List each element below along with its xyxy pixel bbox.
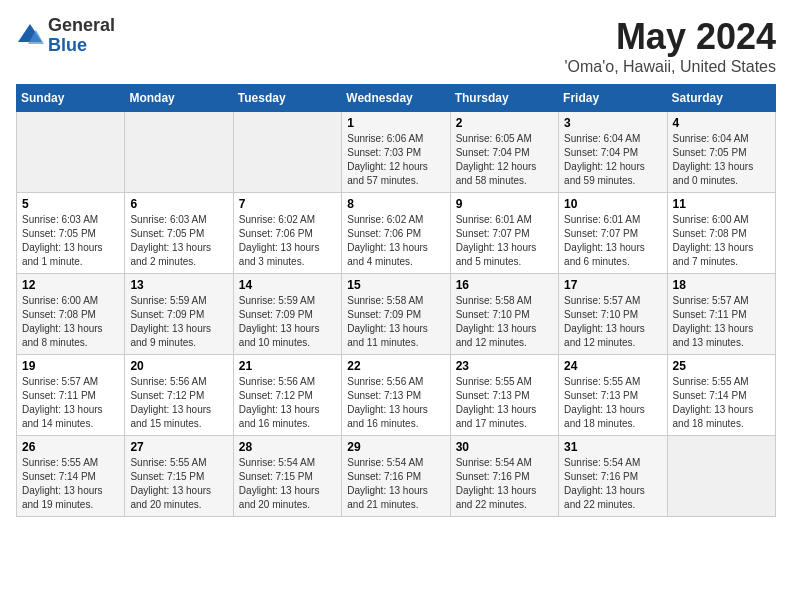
header-saturday: Saturday — [667, 85, 775, 112]
calendar-cell: 9Sunrise: 6:01 AMSunset: 7:07 PMDaylight… — [450, 193, 558, 274]
day-info: Sunrise: 5:59 AMSunset: 7:09 PMDaylight:… — [130, 294, 227, 350]
calendar-week-5: 26Sunrise: 5:55 AMSunset: 7:14 PMDayligh… — [17, 436, 776, 517]
day-number: 29 — [347, 440, 444, 454]
day-number: 11 — [673, 197, 770, 211]
day-info: Sunrise: 5:57 AMSunset: 7:10 PMDaylight:… — [564, 294, 661, 350]
header-wednesday: Wednesday — [342, 85, 450, 112]
day-info: Sunrise: 5:54 AMSunset: 7:16 PMDaylight:… — [347, 456, 444, 512]
calendar-cell: 22Sunrise: 5:56 AMSunset: 7:13 PMDayligh… — [342, 355, 450, 436]
day-info: Sunrise: 6:03 AMSunset: 7:05 PMDaylight:… — [22, 213, 119, 269]
calendar-cell: 17Sunrise: 5:57 AMSunset: 7:10 PMDayligh… — [559, 274, 667, 355]
calendar-cell — [17, 112, 125, 193]
calendar-week-4: 19Sunrise: 5:57 AMSunset: 7:11 PMDayligh… — [17, 355, 776, 436]
calendar-cell: 11Sunrise: 6:00 AMSunset: 7:08 PMDayligh… — [667, 193, 775, 274]
header-thursday: Thursday — [450, 85, 558, 112]
header-friday: Friday — [559, 85, 667, 112]
day-number: 30 — [456, 440, 553, 454]
day-number: 8 — [347, 197, 444, 211]
calendar-cell: 19Sunrise: 5:57 AMSunset: 7:11 PMDayligh… — [17, 355, 125, 436]
day-number: 6 — [130, 197, 227, 211]
calendar-cell: 15Sunrise: 5:58 AMSunset: 7:09 PMDayligh… — [342, 274, 450, 355]
main-title: May 2024 — [564, 16, 776, 58]
calendar-body: 1Sunrise: 6:06 AMSunset: 7:03 PMDaylight… — [17, 112, 776, 517]
calendar-cell: 2Sunrise: 6:05 AMSunset: 7:04 PMDaylight… — [450, 112, 558, 193]
calendar-cell: 13Sunrise: 5:59 AMSunset: 7:09 PMDayligh… — [125, 274, 233, 355]
calendar-cell: 18Sunrise: 5:57 AMSunset: 7:11 PMDayligh… — [667, 274, 775, 355]
day-info: Sunrise: 5:59 AMSunset: 7:09 PMDaylight:… — [239, 294, 336, 350]
calendar-cell: 28Sunrise: 5:54 AMSunset: 7:15 PMDayligh… — [233, 436, 341, 517]
day-info: Sunrise: 5:57 AMSunset: 7:11 PMDaylight:… — [22, 375, 119, 431]
day-number: 12 — [22, 278, 119, 292]
calendar-week-3: 12Sunrise: 6:00 AMSunset: 7:08 PMDayligh… — [17, 274, 776, 355]
day-info: Sunrise: 5:55 AMSunset: 7:13 PMDaylight:… — [564, 375, 661, 431]
day-number: 25 — [673, 359, 770, 373]
day-info: Sunrise: 6:04 AMSunset: 7:05 PMDaylight:… — [673, 132, 770, 188]
day-info: Sunrise: 6:02 AMSunset: 7:06 PMDaylight:… — [239, 213, 336, 269]
calendar-cell: 10Sunrise: 6:01 AMSunset: 7:07 PMDayligh… — [559, 193, 667, 274]
day-info: Sunrise: 5:58 AMSunset: 7:10 PMDaylight:… — [456, 294, 553, 350]
day-number: 20 — [130, 359, 227, 373]
logo-icon — [16, 22, 44, 50]
calendar-cell: 12Sunrise: 6:00 AMSunset: 7:08 PMDayligh… — [17, 274, 125, 355]
calendar-cell: 6Sunrise: 6:03 AMSunset: 7:05 PMDaylight… — [125, 193, 233, 274]
day-info: Sunrise: 6:03 AMSunset: 7:05 PMDaylight:… — [130, 213, 227, 269]
day-info: Sunrise: 6:00 AMSunset: 7:08 PMDaylight:… — [22, 294, 119, 350]
calendar-cell — [667, 436, 775, 517]
calendar-cell: 31Sunrise: 5:54 AMSunset: 7:16 PMDayligh… — [559, 436, 667, 517]
day-info: Sunrise: 6:06 AMSunset: 7:03 PMDaylight:… — [347, 132, 444, 188]
day-info: Sunrise: 5:54 AMSunset: 7:16 PMDaylight:… — [456, 456, 553, 512]
day-info: Sunrise: 5:56 AMSunset: 7:12 PMDaylight:… — [239, 375, 336, 431]
day-info: Sunrise: 6:00 AMSunset: 7:08 PMDaylight:… — [673, 213, 770, 269]
day-number: 15 — [347, 278, 444, 292]
calendar-cell: 29Sunrise: 5:54 AMSunset: 7:16 PMDayligh… — [342, 436, 450, 517]
day-number: 31 — [564, 440, 661, 454]
day-number: 16 — [456, 278, 553, 292]
calendar-cell: 27Sunrise: 5:55 AMSunset: 7:15 PMDayligh… — [125, 436, 233, 517]
day-number: 27 — [130, 440, 227, 454]
calendar-cell: 14Sunrise: 5:59 AMSunset: 7:09 PMDayligh… — [233, 274, 341, 355]
header-monday: Monday — [125, 85, 233, 112]
day-info: Sunrise: 5:55 AMSunset: 7:15 PMDaylight:… — [130, 456, 227, 512]
calendar-cell: 1Sunrise: 6:06 AMSunset: 7:03 PMDaylight… — [342, 112, 450, 193]
day-info: Sunrise: 6:02 AMSunset: 7:06 PMDaylight:… — [347, 213, 444, 269]
calendar-cell: 20Sunrise: 5:56 AMSunset: 7:12 PMDayligh… — [125, 355, 233, 436]
day-number: 1 — [347, 116, 444, 130]
day-number: 4 — [673, 116, 770, 130]
calendar-cell: 4Sunrise: 6:04 AMSunset: 7:05 PMDaylight… — [667, 112, 775, 193]
calendar-cell: 21Sunrise: 5:56 AMSunset: 7:12 PMDayligh… — [233, 355, 341, 436]
calendar-cell: 16Sunrise: 5:58 AMSunset: 7:10 PMDayligh… — [450, 274, 558, 355]
calendar-cell: 3Sunrise: 6:04 AMSunset: 7:04 PMDaylight… — [559, 112, 667, 193]
day-number: 7 — [239, 197, 336, 211]
logo-blue: Blue — [48, 36, 115, 56]
day-info: Sunrise: 5:55 AMSunset: 7:14 PMDaylight:… — [673, 375, 770, 431]
day-info: Sunrise: 5:54 AMSunset: 7:16 PMDaylight:… — [564, 456, 661, 512]
day-number: 18 — [673, 278, 770, 292]
calendar-cell: 8Sunrise: 6:02 AMSunset: 7:06 PMDaylight… — [342, 193, 450, 274]
day-number: 13 — [130, 278, 227, 292]
logo: General Blue — [16, 16, 115, 56]
logo-text: General Blue — [48, 16, 115, 56]
calendar-week-2: 5Sunrise: 6:03 AMSunset: 7:05 PMDaylight… — [17, 193, 776, 274]
day-number: 10 — [564, 197, 661, 211]
day-number: 14 — [239, 278, 336, 292]
day-info: Sunrise: 5:56 AMSunset: 7:12 PMDaylight:… — [130, 375, 227, 431]
header-sunday: Sunday — [17, 85, 125, 112]
calendar-cell — [233, 112, 341, 193]
day-number: 5 — [22, 197, 119, 211]
day-info: Sunrise: 5:58 AMSunset: 7:09 PMDaylight:… — [347, 294, 444, 350]
page-header: General Blue May 2024 'Oma'o, Hawaii, Un… — [16, 16, 776, 76]
calendar-cell: 24Sunrise: 5:55 AMSunset: 7:13 PMDayligh… — [559, 355, 667, 436]
day-number: 24 — [564, 359, 661, 373]
title-block: May 2024 'Oma'o, Hawaii, United States — [564, 16, 776, 76]
calendar-cell: 30Sunrise: 5:54 AMSunset: 7:16 PMDayligh… — [450, 436, 558, 517]
day-info: Sunrise: 5:55 AMSunset: 7:14 PMDaylight:… — [22, 456, 119, 512]
day-number: 3 — [564, 116, 661, 130]
day-number: 22 — [347, 359, 444, 373]
day-number: 21 — [239, 359, 336, 373]
calendar-cell: 7Sunrise: 6:02 AMSunset: 7:06 PMDaylight… — [233, 193, 341, 274]
calendar-table: SundayMondayTuesdayWednesdayThursdayFrid… — [16, 84, 776, 517]
calendar-week-1: 1Sunrise: 6:06 AMSunset: 7:03 PMDaylight… — [17, 112, 776, 193]
day-info: Sunrise: 6:01 AMSunset: 7:07 PMDaylight:… — [456, 213, 553, 269]
header-tuesday: Tuesday — [233, 85, 341, 112]
calendar-cell: 23Sunrise: 5:55 AMSunset: 7:13 PMDayligh… — [450, 355, 558, 436]
